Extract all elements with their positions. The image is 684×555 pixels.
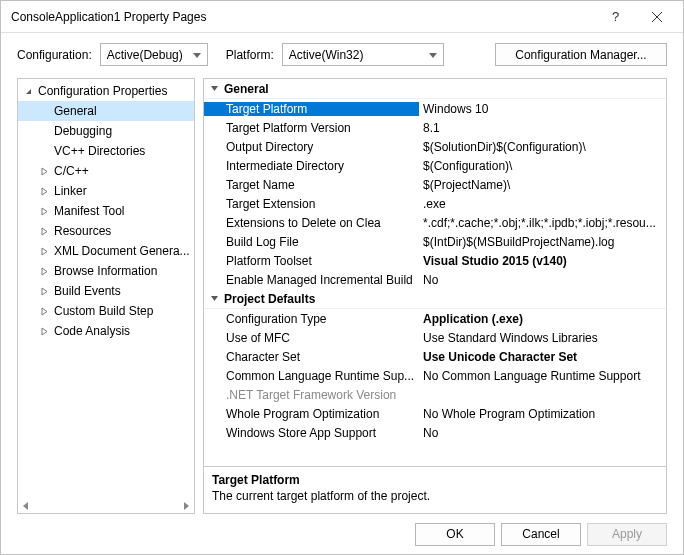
property-name: Build Log File <box>204 235 419 249</box>
help-icon[interactable]: ? <box>597 1 637 33</box>
tree-item-debugging[interactable]: Debugging <box>18 121 194 141</box>
tree-item-linker[interactable]: Linker <box>18 181 194 201</box>
tree-item-code-analysis[interactable]: Code Analysis <box>18 321 194 341</box>
property-name: Target Platform <box>204 102 419 116</box>
tree-item-c-c[interactable]: C/C++ <box>18 161 194 181</box>
ok-button[interactable]: OK <box>415 523 495 546</box>
property-value[interactable]: No <box>419 426 666 440</box>
property-grid[interactable]: GeneralTarget PlatformWindows 10Target P… <box>203 78 667 467</box>
tree-item-label: Linker <box>54 184 87 198</box>
tree-item-browse-information[interactable]: Browse Information <box>18 261 194 281</box>
chevron-right-icon[interactable] <box>38 305 50 317</box>
property-value[interactable]: $(SolutionDir)$(Configuration)\ <box>419 140 666 154</box>
tree-item-label: VC++ Directories <box>54 144 145 158</box>
property-value[interactable]: *.cdf;*.cache;*.obj;*.ilk;*.ipdb;*.iobj;… <box>419 216 666 230</box>
help-description: The current target platform of the proje… <box>212 489 658 503</box>
property-value[interactable]: Use Standard Windows Libraries <box>419 331 666 345</box>
property-row[interactable]: Target Name$(ProjectName)\ <box>204 175 666 194</box>
platform-dropdown[interactable]: Active(Win32) <box>282 43 444 66</box>
property-row[interactable]: Enable Managed Incremental BuildNo <box>204 270 666 289</box>
tree-root-configuration-properties[interactable]: Configuration Properties <box>18 81 194 101</box>
tree-item-label: Manifest Tool <box>54 204 124 218</box>
property-value[interactable]: $(Configuration)\ <box>419 159 666 173</box>
property-row[interactable]: Common Language Runtime Sup...No Common … <box>204 366 666 385</box>
tree-item-label: Debugging <box>54 124 112 138</box>
property-row[interactable]: Build Log File$(IntDir)$(MSBuildProjectN… <box>204 232 666 251</box>
property-row[interactable]: Windows Store App SupportNo <box>204 423 666 442</box>
chevron-down-icon[interactable] <box>208 293 220 305</box>
tree-item-build-events[interactable]: Build Events <box>18 281 194 301</box>
tree-item-label: Custom Build Step <box>54 304 153 318</box>
tree-item-custom-build-step[interactable]: Custom Build Step <box>18 301 194 321</box>
property-value[interactable]: $(IntDir)$(MSBuildProjectName).log <box>419 235 666 249</box>
expander-placeholder <box>38 105 50 117</box>
tree-item-label: Build Events <box>54 284 121 298</box>
property-row[interactable]: Configuration TypeApplication (.exe) <box>204 309 666 328</box>
platform-value: Active(Win32) <box>289 48 364 62</box>
property-pages-dialog: ConsoleApplication1 Property Pages ? Con… <box>0 0 684 555</box>
property-row[interactable]: Output Directory$(SolutionDir)$(Configur… <box>204 137 666 156</box>
property-value[interactable]: No Common Language Runtime Support <box>419 369 666 383</box>
configuration-dropdown[interactable]: Active(Debug) <box>100 43 208 66</box>
chevron-right-icon[interactable] <box>38 285 50 297</box>
property-value[interactable]: Use Unicode Character Set <box>419 350 666 364</box>
category-project-defaults[interactable]: Project Defaults <box>204 289 666 309</box>
property-value[interactable]: Visual Studio 2015 (v140) <box>419 254 666 268</box>
tree-item-vc-directories[interactable]: VC++ Directories <box>18 141 194 161</box>
property-row[interactable]: Target PlatformWindows 10 <box>204 99 666 118</box>
configuration-label: Configuration: <box>17 48 92 62</box>
property-value[interactable]: 8.1 <box>419 121 666 135</box>
configuration-manager-button[interactable]: Configuration Manager... <box>495 43 667 66</box>
chevron-right-icon[interactable] <box>38 165 50 177</box>
tree-item-resources[interactable]: Resources <box>18 221 194 241</box>
chevron-right-icon[interactable] <box>38 325 50 337</box>
property-name: Target Platform Version <box>204 121 419 135</box>
property-value[interactable]: No Whole Program Optimization <box>419 407 666 421</box>
chevron-open-icon[interactable] <box>22 85 34 97</box>
property-name: Configuration Type <box>204 312 419 326</box>
category-label: Project Defaults <box>224 292 315 306</box>
property-name: .NET Target Framework Version <box>204 388 419 402</box>
tree-item-manifest-tool[interactable]: Manifest Tool <box>18 201 194 221</box>
category-tree[interactable]: Configuration Properties GeneralDebuggin… <box>17 78 195 514</box>
expander-placeholder <box>38 125 50 137</box>
chevron-right-icon[interactable] <box>38 245 50 257</box>
property-row[interactable]: Extensions to Delete on Clea*.cdf;*.cach… <box>204 213 666 232</box>
property-name: Character Set <box>204 350 419 364</box>
window-title: ConsoleApplication1 Property Pages <box>11 10 597 24</box>
chevron-right-icon[interactable] <box>38 205 50 217</box>
property-value[interactable]: No <box>419 273 666 287</box>
chevron-down-icon[interactable] <box>208 83 220 95</box>
tree-root-label: Configuration Properties <box>38 84 167 98</box>
tree-item-xml-document-genera[interactable]: XML Document Genera... <box>18 241 194 261</box>
svg-text:?: ? <box>612 10 619 24</box>
chevron-right-icon[interactable] <box>38 185 50 197</box>
property-row[interactable]: Target Platform Version8.1 <box>204 118 666 137</box>
scroll-left-icon[interactable] <box>18 501 34 511</box>
property-value[interactable]: Windows 10 <box>419 102 666 116</box>
horizontal-scrollbar[interactable] <box>18 501 194 511</box>
property-name: Common Language Runtime Sup... <box>204 369 419 383</box>
property-row[interactable]: Platform ToolsetVisual Studio 2015 (v140… <box>204 251 666 270</box>
titlebar: ConsoleApplication1 Property Pages ? <box>1 1 683 33</box>
tree-item-general[interactable]: General <box>18 101 194 121</box>
property-row[interactable]: .NET Target Framework Version <box>204 385 666 404</box>
property-row[interactable]: Use of MFCUse Standard Windows Libraries <box>204 328 666 347</box>
cancel-button[interactable]: Cancel <box>501 523 581 546</box>
property-value[interactable]: .exe <box>419 197 666 211</box>
property-name: Intermediate Directory <box>204 159 419 173</box>
apply-button[interactable]: Apply <box>587 523 667 546</box>
category-general[interactable]: General <box>204 79 666 99</box>
property-row[interactable]: Intermediate Directory$(Configuration)\ <box>204 156 666 175</box>
property-row[interactable]: Character SetUse Unicode Character Set <box>204 347 666 366</box>
property-value[interactable]: Application (.exe) <box>419 312 666 326</box>
chevron-right-icon[interactable] <box>38 265 50 277</box>
scroll-right-icon[interactable] <box>178 501 194 511</box>
property-row[interactable]: Target Extension.exe <box>204 194 666 213</box>
property-row[interactable]: Whole Program OptimizationNo Whole Progr… <box>204 404 666 423</box>
property-value[interactable]: $(ProjectName)\ <box>419 178 666 192</box>
close-icon[interactable] <box>637 1 677 33</box>
chevron-right-icon[interactable] <box>38 225 50 237</box>
property-name: Target Name <box>204 178 419 192</box>
tree-item-label: Code Analysis <box>54 324 130 338</box>
